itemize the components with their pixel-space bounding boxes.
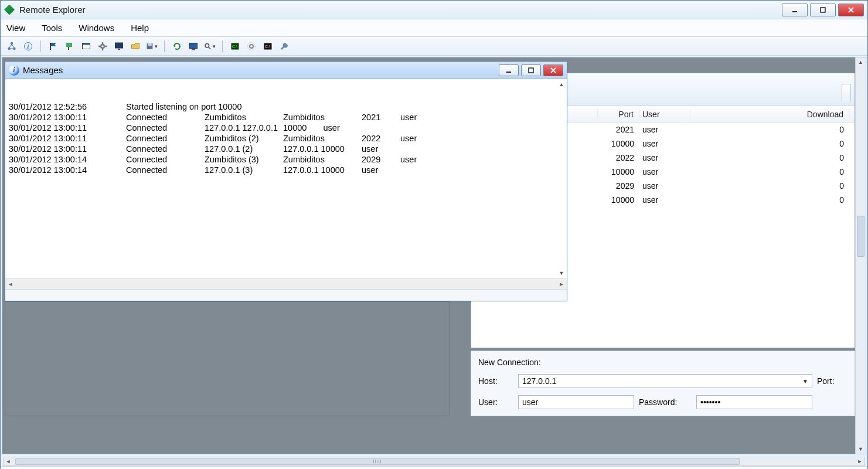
terminal-green-icon[interactable]: C:\ xyxy=(229,40,241,53)
client-area: Host Port User Download Zumbiditos2021us… xyxy=(2,57,866,454)
messages-maximize-button[interactable] xyxy=(521,64,541,76)
message-row[interactable]: 30/01/2012 13:00:11ConnectedZumbiditosZu… xyxy=(9,112,563,123)
messages-body[interactable]: 30/01/2012 12:52:56Started listening on … xyxy=(5,79,567,278)
message-cell: 127.0.0.1 10000 xyxy=(283,165,362,175)
scroll-down-icon[interactable]: ▼ xyxy=(557,269,566,277)
message-cell xyxy=(400,144,430,154)
message-cell: 30/01/2012 13:00:11 xyxy=(9,133,126,144)
message-cell: Connected xyxy=(126,123,205,133)
flag-icon[interactable] xyxy=(47,40,60,53)
message-cell xyxy=(362,123,400,133)
gear-icon[interactable] xyxy=(96,40,109,53)
toolbar-separator xyxy=(164,40,165,52)
host-combo[interactable]: 127.0.0.1 ▼ xyxy=(518,374,812,388)
cell-download: 0 xyxy=(690,153,850,162)
svg-line-23 xyxy=(209,47,211,49)
message-row[interactable]: 30/01/2012 12:52:56Started listening on … xyxy=(9,101,563,112)
message-cell xyxy=(362,101,400,112)
scroll-right-icon[interactable]: ► xyxy=(855,457,864,465)
col-port[interactable]: Port xyxy=(598,110,640,119)
svg-text:C:\: C:\ xyxy=(232,45,237,49)
messages-close-button[interactable] xyxy=(543,64,563,76)
user-input[interactable] xyxy=(518,395,634,409)
message-cell: user xyxy=(362,144,400,154)
message-row[interactable]: 30/01/2012 13:00:11ConnectedZumbiditos (… xyxy=(9,133,563,144)
main-horizontal-scrollbar[interactable]: ◄ ► xyxy=(3,457,865,466)
message-cell: user xyxy=(400,154,430,165)
menu-windows[interactable]: Windows xyxy=(79,23,114,33)
window-controls xyxy=(782,4,864,16)
password-input[interactable] xyxy=(696,395,812,409)
network-icon[interactable] xyxy=(5,40,18,53)
svg-rect-17 xyxy=(118,49,120,50)
message-cell xyxy=(400,165,430,175)
scroll-down-icon[interactable]: ▼ xyxy=(856,444,866,454)
search-icon[interactable] xyxy=(203,40,216,53)
disk-icon[interactable] xyxy=(145,40,158,53)
message-cell: user xyxy=(400,112,430,123)
message-cell: Connected xyxy=(126,133,205,144)
svg-rect-21 xyxy=(192,49,195,50)
message-cell: Connected xyxy=(126,144,205,154)
col-download[interactable]: Download xyxy=(690,110,850,119)
message-cell: 30/01/2012 12:52:56 xyxy=(9,101,126,112)
window-icon[interactable] xyxy=(80,40,93,53)
message-row[interactable]: 30/01/2012 13:00:11Connected127.0.0.1 12… xyxy=(9,123,563,133)
menu-help[interactable]: Help xyxy=(131,23,149,33)
scrollbar-thumb[interactable] xyxy=(15,458,740,465)
settings-icon[interactable] xyxy=(245,40,258,53)
minimize-button[interactable] xyxy=(782,4,808,16)
menubar: View Tools Windows Help xyxy=(1,19,867,37)
message-row[interactable]: 30/01/2012 13:00:11Connected127.0.0.1 (2… xyxy=(9,144,563,154)
main-vertical-scrollbar[interactable]: ▲ ▼ xyxy=(855,57,866,454)
cell-port: 2029 xyxy=(598,181,640,191)
host-label: Host: xyxy=(478,376,513,386)
close-button[interactable] xyxy=(838,4,864,16)
message-cell: Started listening on port 10000 xyxy=(126,101,205,112)
menu-view[interactable]: View xyxy=(6,23,25,33)
connections-tab[interactable] xyxy=(842,84,851,101)
messages-minimize-button[interactable] xyxy=(499,64,519,76)
messages-title: Messages xyxy=(23,65,499,75)
message-cell: 30/01/2012 13:00:11 xyxy=(9,112,126,123)
display-icon[interactable] xyxy=(187,40,200,53)
maximize-button[interactable] xyxy=(810,4,836,16)
monitor-icon[interactable] xyxy=(113,40,125,53)
cell-port: 2021 xyxy=(598,125,640,134)
message-cell xyxy=(205,101,283,112)
user-label: User: xyxy=(478,397,513,407)
paint-icon[interactable] xyxy=(63,40,76,53)
scrollbar-thumb[interactable] xyxy=(857,216,864,257)
col-user[interactable]: User xyxy=(640,110,690,119)
terminal-black-icon[interactable]: C:\ xyxy=(261,40,274,53)
cell-download: 0 xyxy=(690,139,850,148)
wrench-icon[interactable] xyxy=(278,40,291,53)
info-icon[interactable]: i xyxy=(22,40,35,53)
folder-icon[interactable] xyxy=(129,40,142,53)
refresh-icon[interactable] xyxy=(171,40,183,53)
messages-hscrollbar[interactable]: ◄ ► xyxy=(5,278,567,289)
scroll-up-icon[interactable]: ▲ xyxy=(557,80,566,89)
scroll-left-icon[interactable]: ◄ xyxy=(8,281,13,287)
svg-point-22 xyxy=(205,43,209,47)
svg-rect-8 xyxy=(66,43,72,47)
message-row[interactable]: 30/01/2012 13:00:14ConnectedZumbiditos (… xyxy=(9,154,563,165)
svg-point-27 xyxy=(248,42,256,50)
message-cell: Zumbiditos (3) xyxy=(205,154,283,165)
scroll-right-icon[interactable]: ► xyxy=(559,281,564,287)
message-cell xyxy=(400,101,430,112)
cell-user: user xyxy=(640,139,690,148)
cell-user: user xyxy=(640,181,690,191)
scroll-left-icon[interactable]: ◄ xyxy=(4,457,13,465)
scroll-up-icon[interactable]: ▲ xyxy=(856,57,866,67)
cell-user: user xyxy=(640,153,690,162)
toolbar-separator xyxy=(222,40,223,52)
message-cell: 127.0.0.1 (2) xyxy=(205,144,283,154)
message-row[interactable]: 30/01/2012 13:00:14Connected127.0.0.1 (3… xyxy=(9,165,563,175)
messages-titlebar[interactable]: Messages xyxy=(5,62,567,79)
svg-rect-19 xyxy=(148,43,152,46)
chevron-down-icon: ▼ xyxy=(802,378,808,385)
host-value: 127.0.0.1 xyxy=(522,376,556,386)
menu-tools[interactable]: Tools xyxy=(42,23,62,33)
message-cell: 127.0.0.1 127.0.0.1 xyxy=(205,123,283,133)
